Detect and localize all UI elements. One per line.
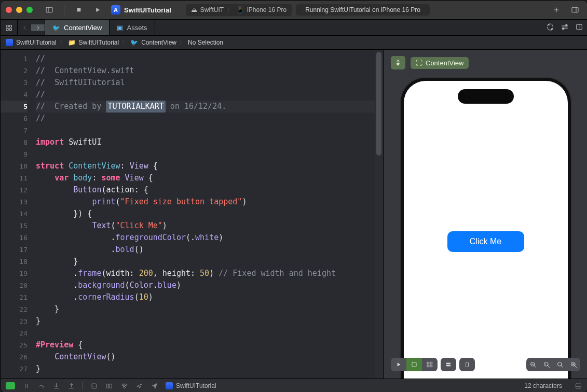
zoom-out-button[interactable] <box>526 358 540 371</box>
svg-rect-24 <box>430 365 432 367</box>
project-title: SwiftUITutorial <box>124 6 171 14</box>
scrollbar-thumb[interactable] <box>376 52 381 156</box>
svg-marker-55 <box>137 384 142 388</box>
chevron-right-icon: 〉 <box>122 39 127 46</box>
fullscreen-window-button[interactable] <box>26 7 33 13</box>
zoom-controls: 1 <box>526 358 580 371</box>
toggle-debug-area-button[interactable] <box>575 382 582 390</box>
project-icon <box>6 39 13 46</box>
run-button[interactable] <box>90 3 105 17</box>
code-editor[interactable]: 1 2 3 4 5 6 7 8 9 10 11 12 13 14 <box>1 50 384 379</box>
code-content[interactable]: // // ContentView.swift // SwiftUITutori… <box>32 50 383 378</box>
toggle-navigator-icon[interactable] <box>42 3 57 17</box>
svg-text:1: 1 <box>545 363 547 366</box>
scheme-selector[interactable]: ⛰ SwiftUIT 〉 📱 iPhone 16 Pro <box>186 4 292 16</box>
svg-rect-25 <box>446 363 451 364</box>
zoom-100-button[interactable]: 1 <box>540 358 553 371</box>
simulate-location-button[interactable] <box>135 382 143 390</box>
bolt-icon: ⛶ <box>416 59 422 67</box>
svg-line-29 <box>534 365 536 367</box>
preview-controls <box>391 358 475 371</box>
path-file[interactable]: ContentView <box>141 39 176 46</box>
pause-debug-button[interactable] <box>22 382 30 390</box>
svg-line-32 <box>547 365 549 367</box>
svg-rect-9 <box>9 25 11 27</box>
swift-icon: 🐦 <box>130 39 138 46</box>
editor-tabs: 🐦 ContentView ▣ Assets <box>1 20 587 36</box>
svg-rect-15 <box>566 24 567 26</box>
device-settings-button[interactable] <box>441 358 456 371</box>
stop-button[interactable] <box>72 3 86 17</box>
svg-marker-19 <box>398 363 401 367</box>
selectable-preview-button[interactable] <box>406 358 422 371</box>
svg-rect-23 <box>427 365 429 367</box>
step-out-button[interactable] <box>67 382 75 390</box>
running-indicator[interactable] <box>6 382 15 389</box>
chevron-right-icon: 〉 <box>60 39 65 46</box>
svg-rect-10 <box>6 28 8 30</box>
related-items-icon[interactable] <box>1 20 18 35</box>
path-selection[interactable]: No Selection <box>188 39 223 46</box>
svg-rect-27 <box>466 362 469 367</box>
memory-graph-button[interactable] <box>105 382 113 390</box>
preview-target-chip[interactable]: ⛶ ContentView <box>411 57 469 69</box>
editor-layout-icon[interactable] <box>575 23 583 33</box>
debug-process-name: SwiftUITutorial <box>176 382 216 389</box>
tab-contentview[interactable]: 🐦 ContentView <box>45 20 110 35</box>
zoom-fit-button[interactable] <box>553 358 567 371</box>
svg-rect-26 <box>446 365 451 366</box>
tab-assets[interactable]: ▣ Assets <box>110 20 155 35</box>
preview-button[interactable]: Click Me <box>447 231 524 252</box>
svg-line-54 <box>125 385 126 386</box>
preview-canvas: ⛶ ContentView Click Me <box>384 50 587 379</box>
svg-rect-49 <box>110 384 112 388</box>
xcode-window: A SwiftUITutorial ⛰ SwiftUIT 〉 📱 iPhone … <box>0 0 587 392</box>
minimize-window-button[interactable] <box>16 7 22 13</box>
nav-back-button[interactable] <box>18 24 31 31</box>
svg-rect-6 <box>572 7 578 12</box>
adjust-editor-options-icon[interactable] <box>561 23 569 33</box>
location-arrow-icon[interactable] <box>151 382 158 390</box>
svg-rect-48 <box>107 384 109 388</box>
step-into-button[interactable] <box>52 382 60 390</box>
device-frame: Click Me <box>401 78 571 379</box>
line-number-gutter: 1 2 3 4 5 6 7 8 9 10 11 12 13 14 <box>1 50 32 378</box>
toggle-inspector-icon[interactable] <box>568 3 582 17</box>
svg-line-37 <box>574 365 576 367</box>
svg-point-51 <box>125 384 127 386</box>
svg-marker-3 <box>96 8 100 12</box>
nav-forward-button[interactable] <box>31 24 45 31</box>
view-debug-button[interactable] <box>90 382 98 390</box>
path-project[interactable]: SwiftUITutorial <box>16 39 57 46</box>
assets-icon: ▣ <box>117 24 123 32</box>
variants-preview-button[interactable] <box>422 358 438 371</box>
live-preview-button[interactable] <box>391 358 406 371</box>
refresh-preview-icon[interactable] <box>546 23 554 33</box>
add-tab-icon[interactable] <box>549 3 564 17</box>
chevron-right-icon: 〉 <box>180 39 185 46</box>
file-path-breadcrumb[interactable]: SwiftUITutorial 〉 📁 SwiftUITutorial 〉 🐦 … <box>1 36 587 50</box>
titlebar: A SwiftUITutorial ⛰ SwiftUIT 〉 📱 iPhone … <box>1 1 587 20</box>
scheme-device: iPhone 16 Pro <box>247 6 286 13</box>
svg-rect-17 <box>577 24 582 29</box>
svg-point-52 <box>124 386 126 388</box>
debug-process[interactable]: SwiftUITutorial <box>166 382 216 389</box>
close-window-button[interactable] <box>6 7 12 13</box>
pin-preview-button[interactable] <box>391 56 405 69</box>
swift-icon: 🐦 <box>52 24 60 32</box>
step-over-button[interactable] <box>37 382 45 390</box>
path-folder[interactable]: SwiftUITutorial <box>79 39 119 46</box>
editor-scrollbar[interactable] <box>375 50 383 379</box>
environment-overrides-button[interactable] <box>120 382 128 390</box>
debug-bar: SwiftUITutorial 12 characters <box>1 379 587 392</box>
selection-info: 12 characters <box>524 382 562 389</box>
svg-rect-8 <box>6 25 8 27</box>
main-area: 1 2 3 4 5 6 7 8 9 10 11 12 13 14 <box>1 50 587 379</box>
app-icon: A <box>111 5 120 15</box>
preview-device-button[interactable] <box>459 358 475 371</box>
zoom-in-button[interactable] <box>567 358 580 371</box>
svg-rect-22 <box>430 362 432 364</box>
svg-rect-11 <box>9 28 11 30</box>
svg-line-35 <box>561 365 563 367</box>
selected-text: TUTORIALKART <box>106 101 165 113</box>
